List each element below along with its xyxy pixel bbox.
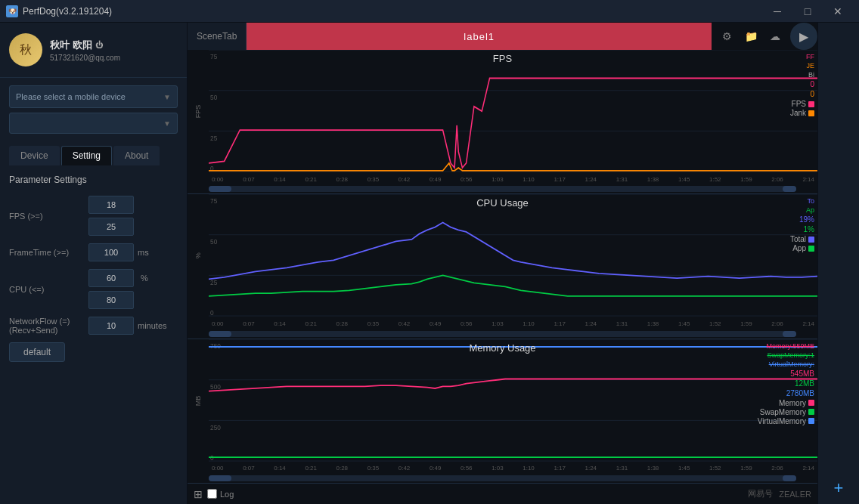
device-select-area: Please select a mobile device ▼ ▼ xyxy=(0,78,187,141)
fps-scrollbar[interactable] xyxy=(209,186,796,192)
tab-setting[interactable]: Setting xyxy=(61,146,112,165)
device-placeholder: Please select a mobile device xyxy=(16,92,126,101)
memory-scrollbar-thumb[interactable] xyxy=(209,475,231,481)
memory-svg: 750 500 250 0 xyxy=(209,339,817,462)
device-dropdown[interactable]: Please select a mobile device ▼ xyxy=(9,85,178,108)
frametime-label: FrameTime (>=) xyxy=(9,248,88,257)
expand-button[interactable]: ⊞ xyxy=(194,488,203,500)
memory-scrollbar-thumb2[interactable] xyxy=(783,475,796,481)
fps-canvas: 75 50 25 0 xyxy=(209,50,817,172)
cpu-x-labels: 0:00 0:07 0:14 0:21 0:28 0:35 0:42 0:49 … xyxy=(209,319,817,329)
params-title: Parameter Settings xyxy=(9,175,178,185)
memory-val1: 545MB xyxy=(758,369,814,378)
memory-current3: VirtualMemory: xyxy=(758,360,814,368)
total-legend-label: Total xyxy=(790,235,806,243)
memory-legend-swap: SwapMemory xyxy=(758,408,814,416)
cpu-scrollbar-thumb[interactable] xyxy=(209,331,231,337)
cpu-canvas: 75 50 25 0 xyxy=(209,194,817,317)
fps-svg: 75 50 25 0 xyxy=(209,50,817,172)
username: 秋叶 欧阳 ⏻ xyxy=(50,39,120,52)
charts-container: FPS FF JE Bi 0 0 FPS Jank xyxy=(188,50,817,483)
app-title: PerfDog(v3.2.191204) xyxy=(23,6,112,17)
network-input[interactable] xyxy=(88,317,134,335)
svg-text:0: 0 xyxy=(210,308,214,317)
fps-chart-title: FPS xyxy=(493,53,512,64)
svg-text:250: 250 xyxy=(210,423,221,431)
fps-max-input[interactable] xyxy=(88,218,134,236)
memory-legend: Memory:559ME SwapMemory:1 VirtualMemory:… xyxy=(758,342,814,426)
parameter-settings: Parameter Settings FPS (>=) FrameTime (>… xyxy=(0,165,187,504)
power-icon: ⏻ xyxy=(95,41,103,49)
label1-tab[interactable]: label1 xyxy=(247,23,712,50)
cpu-unit: % xyxy=(141,274,148,283)
fps-chart: FPS FF JE Bi 0 0 FPS Jank xyxy=(188,50,817,194)
right-panel: + xyxy=(817,23,859,504)
network-label: NetworkFlow (=)(Recv+Send) xyxy=(9,317,88,335)
svg-text:25: 25 xyxy=(210,134,217,142)
cloud-icon[interactable]: ☁ xyxy=(766,27,784,45)
fps-chart-inner: FPS 75 50 25 0 xyxy=(188,50,817,172)
frametime-unit: ms xyxy=(138,248,149,257)
fps-label: FPS (>=) xyxy=(9,212,88,221)
svg-text:500: 500 xyxy=(210,382,221,391)
maximize-button[interactable]: □ xyxy=(792,0,823,23)
memory-val3: 2780MB xyxy=(758,389,814,397)
cpu-legend: To Ap 19% 1% Total App xyxy=(790,197,814,253)
tab-device[interactable]: Device xyxy=(9,146,60,165)
fps-inputs xyxy=(88,196,134,236)
cpu-max-input[interactable] xyxy=(88,291,134,309)
app-icon: 🐶 xyxy=(6,5,18,17)
scene-icons: ⚙ 📁 ☁ xyxy=(712,27,790,45)
network-unit: minutes xyxy=(138,321,167,330)
watermark-zealer: ZEALER xyxy=(779,490,811,499)
fps-min-input[interactable] xyxy=(88,196,134,214)
memory-x-labels: 0:00 0:07 0:14 0:21 0:28 0:35 0:42 0:49 … xyxy=(209,463,817,473)
memory-val2: 12MB xyxy=(758,379,814,388)
user-email: 517321620@qq.com xyxy=(50,54,120,62)
fps-legend: FF JE Bi 0 0 FPS Jank xyxy=(790,53,814,118)
svg-text:75: 75 xyxy=(210,197,217,206)
folder-icon[interactable]: 📁 xyxy=(742,27,760,45)
memory-current1: Memory:559ME xyxy=(758,342,814,350)
cpu-scrollbar-thumb2[interactable] xyxy=(783,331,796,337)
fps-scrollbar-thumb[interactable] xyxy=(209,186,231,192)
virtual-dot xyxy=(808,418,814,424)
memory-scrollbar[interactable] xyxy=(209,475,796,481)
fps-current-val1: FF xyxy=(790,53,814,60)
memory-legend-memory: Memory xyxy=(758,399,814,407)
minimize-button[interactable]: ─ xyxy=(762,0,792,23)
cpu-chart: CPU Usage To Ap 19% 1% Total App xyxy=(188,194,817,339)
watermark-text: 网易号 xyxy=(748,488,773,499)
memory-chart-inner: MB 750 500 250 0 xyxy=(188,339,817,462)
cpu-val2: 1% xyxy=(790,225,814,233)
app-legend-label: App xyxy=(792,244,806,252)
tab-about[interactable]: About xyxy=(113,146,160,165)
settings-icon[interactable]: ⚙ xyxy=(718,27,736,45)
cpu-min-input[interactable] xyxy=(88,269,134,287)
memory-y-label: MB xyxy=(188,339,209,462)
sidebar: 秋 秋叶 欧阳 ⏻ 517321620@qq.com Please select… xyxy=(0,23,188,504)
log-checkbox[interactable] xyxy=(207,489,217,499)
close-button[interactable]: ✕ xyxy=(823,0,853,23)
default-button[interactable]: default xyxy=(9,342,65,362)
svg-text:50: 50 xyxy=(210,93,217,101)
cpu-legend-app: App xyxy=(790,244,814,252)
tab-bar: Device Setting About xyxy=(0,141,187,165)
play-button[interactable]: ▶ xyxy=(790,23,817,50)
network-param: NetworkFlow (=)(Recv+Send) minutes xyxy=(9,317,178,335)
cpu-current-val2: Ap xyxy=(790,206,814,214)
device-subselect[interactable]: ▼ xyxy=(9,113,178,134)
user-info: 秋叶 欧阳 ⏻ 517321620@qq.com xyxy=(50,39,120,62)
cpu-chart-title: CPU Usage xyxy=(476,197,529,209)
fps-scrollbar-thumb2[interactable] xyxy=(783,186,796,192)
fps-param: FPS (>=) xyxy=(9,196,178,236)
memory-legend-label: Memory xyxy=(779,399,806,407)
scene-bar: SceneTab label1 ⚙ 📁 ☁ ▶ xyxy=(188,23,817,50)
frametime-input[interactable] xyxy=(88,243,134,261)
cpu-scrollbar[interactable] xyxy=(209,331,796,337)
memory-x-axis: 0:00 0:07 0:14 0:21 0:28 0:35 0:42 0:49 … xyxy=(188,462,817,475)
watermark: 网易号 ZEALER xyxy=(748,488,811,499)
log-label: Log xyxy=(220,490,234,499)
add-chart-button[interactable]: + xyxy=(834,478,844,498)
swap-legend-label: SwapMemory xyxy=(760,408,806,416)
